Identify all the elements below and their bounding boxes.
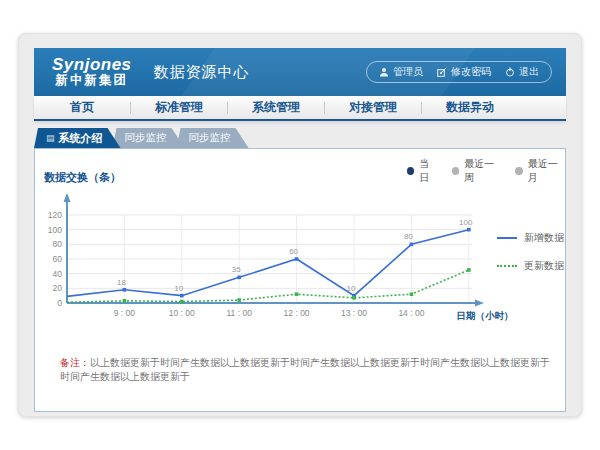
top-header: Synjones 新中新集团 数据资源中心 管理员 修改密码 bbox=[34, 48, 566, 96]
tab-label: 同步监控 bbox=[189, 131, 231, 145]
svg-text:9 : 00: 9 : 00 bbox=[114, 308, 136, 318]
tab-label: 系统介绍 bbox=[59, 131, 103, 146]
svg-text:20: 20 bbox=[53, 283, 63, 293]
footnote: 备注：以上数据更新于时间产生数据以上数据更新于时间产生数据以上数据更新于时间产生… bbox=[60, 356, 550, 384]
change-password-label: 修改密码 bbox=[451, 65, 491, 79]
time-range-last-month[interactable]: 最近一月 bbox=[515, 157, 565, 185]
y-axis-title: 数据交换（条） bbox=[44, 170, 121, 185]
exchange-chart: 0204060801001209 : 0010 : 0011 : 0012 : … bbox=[38, 188, 568, 338]
time-range-label: 当日 bbox=[419, 157, 437, 185]
svg-text:80: 80 bbox=[404, 232, 413, 241]
document-icon: ▤ bbox=[46, 134, 55, 143]
svg-text:0: 0 bbox=[57, 298, 62, 308]
tab-system-intro[interactable]: ▤ 系统介绍 bbox=[34, 128, 121, 148]
logout-label: 退出 bbox=[519, 65, 539, 79]
series-label: 更新数据 bbox=[524, 259, 564, 273]
dotted-line-swatch-icon bbox=[497, 265, 517, 267]
series-label: 新增数据 bbox=[524, 231, 564, 245]
time-range-selector: 当日 最近一周 最近一月 bbox=[407, 157, 565, 185]
svg-text:10 : 00: 10 : 00 bbox=[169, 308, 195, 318]
radio-dot-icon bbox=[515, 167, 522, 175]
nav-item-interface-mgmt[interactable]: 对接管理 bbox=[325, 99, 421, 116]
chart-card: 当日 最近一周 最近一月 数据交换（条） 0204060801001209 : … bbox=[34, 148, 566, 412]
svg-text:14 : 00: 14 : 00 bbox=[398, 308, 424, 318]
svg-text:12 : 00: 12 : 00 bbox=[284, 308, 310, 318]
logo: Synjones 新中新集团 bbox=[52, 56, 132, 88]
tab-bar: ▤ 系统介绍 同步监控 同步监控 bbox=[34, 128, 566, 148]
logo-text-en: Synjones bbox=[52, 56, 132, 75]
logo-text-cn: 新中新集团 bbox=[52, 74, 132, 88]
time-range-today[interactable]: 当日 bbox=[407, 157, 438, 185]
svg-text:120: 120 bbox=[48, 210, 62, 220]
app-window: Synjones 新中新集团 数据资源中心 管理员 修改密码 bbox=[18, 33, 582, 417]
logout-button[interactable]: 退出 bbox=[505, 65, 539, 79]
svg-text:10: 10 bbox=[347, 284, 356, 293]
change-password-button[interactable]: 修改密码 bbox=[437, 65, 491, 79]
nav-item-standard-mgmt[interactable]: 标准管理 bbox=[131, 99, 227, 116]
svg-text:60: 60 bbox=[53, 254, 63, 264]
power-icon bbox=[505, 67, 515, 77]
svg-text:100: 100 bbox=[459, 218, 473, 227]
radio-dot-icon bbox=[407, 167, 414, 175]
radio-dot-icon bbox=[452, 167, 459, 175]
svg-text:35: 35 bbox=[232, 265, 241, 274]
svg-text:40: 40 bbox=[53, 269, 63, 279]
svg-text:10: 10 bbox=[174, 284, 183, 293]
solid-line-swatch-icon bbox=[497, 237, 517, 239]
svg-text:60: 60 bbox=[289, 247, 298, 256]
svg-text:日期（小时）: 日期（小时） bbox=[457, 310, 514, 322]
svg-text:80: 80 bbox=[53, 239, 63, 249]
legend-item-update-data: 更新数据 bbox=[497, 259, 564, 273]
series-legend: 新增数据 更新数据 bbox=[497, 231, 564, 287]
tab-sync-monitor-2[interactable]: 同步监控 bbox=[177, 128, 249, 148]
time-range-last-week[interactable]: 最近一周 bbox=[452, 157, 502, 185]
page-title: 数据资源中心 bbox=[154, 63, 250, 82]
tab-label: 同步监控 bbox=[125, 131, 167, 145]
svg-text:13 : 00: 13 : 00 bbox=[341, 308, 367, 318]
legend-item-new-data: 新增数据 bbox=[497, 231, 564, 245]
footnote-text: 以上数据更新于时间产生数据以上数据更新于时间产生数据以上数据更新于时间产生数据以… bbox=[60, 357, 550, 382]
footnote-label: 备注： bbox=[60, 357, 90, 368]
tab-sync-monitor-1[interactable]: 同步监控 bbox=[113, 128, 185, 148]
svg-text:100: 100 bbox=[48, 225, 62, 235]
svg-text:18: 18 bbox=[117, 278, 126, 287]
time-range-label: 最近一月 bbox=[528, 157, 565, 185]
admin-user-button[interactable]: 管理员 bbox=[379, 65, 423, 79]
main-nav: 首页 标准管理 系统管理 对接管理 数据异动 bbox=[34, 96, 566, 121]
nav-item-data-change[interactable]: 数据异动 bbox=[422, 99, 518, 116]
page: Synjones 新中新集团 数据资源中心 管理员 修改密码 bbox=[0, 0, 600, 450]
nav-item-system-mgmt[interactable]: 系统管理 bbox=[228, 99, 324, 116]
admin-user-label: 管理员 bbox=[393, 65, 423, 79]
time-range-label: 最近一周 bbox=[464, 157, 501, 185]
nav-item-home[interactable]: 首页 bbox=[34, 99, 130, 116]
svg-text:11 : 00: 11 : 00 bbox=[227, 308, 253, 318]
edit-icon bbox=[437, 67, 447, 77]
user-menu: 管理员 修改密码 退出 bbox=[366, 61, 552, 83]
user-icon bbox=[379, 67, 389, 77]
